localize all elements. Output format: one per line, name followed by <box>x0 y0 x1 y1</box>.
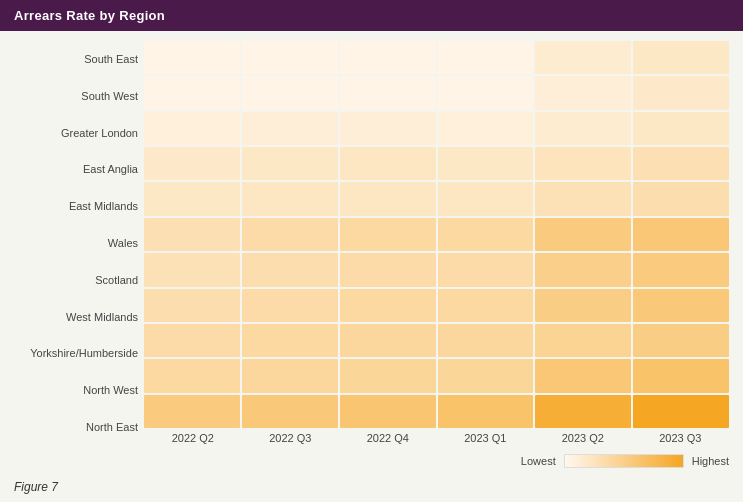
heatmap-cell <box>242 112 338 145</box>
heatmap-cell <box>535 41 631 74</box>
y-label: South East <box>14 52 138 67</box>
heatmap-cell <box>633 253 729 286</box>
y-label: Scotland <box>14 273 138 288</box>
heatmap-cell <box>144 253 240 286</box>
heatmap-cell <box>242 182 338 215</box>
y-label: North West <box>14 383 138 398</box>
heatmap-cell <box>438 359 534 392</box>
heatmap-cell <box>633 76 729 109</box>
heatmap-cell <box>340 395 436 428</box>
heatmap-cell <box>535 253 631 286</box>
x-labels: 2022 Q22022 Q32022 Q42023 Q12023 Q22023 … <box>144 428 729 446</box>
legend-gradient <box>564 454 684 468</box>
heatmap-cell <box>438 41 534 74</box>
heatmap-cell <box>242 359 338 392</box>
heatmap-cell <box>535 147 631 180</box>
x-label: 2023 Q2 <box>534 432 632 444</box>
heatmap-cell <box>633 112 729 145</box>
heatmap-cell <box>144 324 240 357</box>
heatmap-cell <box>340 112 436 145</box>
heatmap-cell <box>633 359 729 392</box>
y-label: Wales <box>14 236 138 251</box>
legend-area: Lowest Highest <box>0 446 743 476</box>
heatmap-cell <box>242 324 338 357</box>
heatmap-cell <box>340 324 436 357</box>
x-label: 2023 Q1 <box>437 432 535 444</box>
x-label: 2022 Q2 <box>144 432 242 444</box>
heatmap-cell <box>438 147 534 180</box>
chart-title: Arrears Rate by Region <box>14 8 165 23</box>
y-label: Greater London <box>14 126 138 141</box>
heatmap-cell <box>340 359 436 392</box>
heatmap-cell <box>340 253 436 286</box>
heatmap-cell <box>340 218 436 251</box>
heatmap-cell <box>340 182 436 215</box>
heatmap-cell <box>144 218 240 251</box>
heatmap-cell <box>438 289 534 322</box>
heatmap-cell <box>144 147 240 180</box>
chart-header: Arrears Rate by Region <box>0 0 743 31</box>
heatmap-cell <box>633 218 729 251</box>
heatmap-cell <box>633 41 729 74</box>
heatmap-cell <box>144 41 240 74</box>
heatmap-cell <box>535 218 631 251</box>
x-label: 2022 Q3 <box>242 432 340 444</box>
heatmap-cell <box>242 41 338 74</box>
heatmap-cell <box>144 112 240 145</box>
heatmap-cell <box>633 147 729 180</box>
heatmap-cell <box>242 395 338 428</box>
heatmap-cell <box>242 253 338 286</box>
x-label: 2022 Q4 <box>339 432 437 444</box>
heatmap-cell <box>144 76 240 109</box>
heatmap-cell <box>340 76 436 109</box>
chart-body: South EastSouth WestGreater LondonEast A… <box>0 31 743 446</box>
y-label: East Anglia <box>14 162 138 177</box>
heatmap-cell <box>535 112 631 145</box>
heatmap-cell <box>438 182 534 215</box>
heatmap-cell <box>340 147 436 180</box>
heatmap-cell <box>535 289 631 322</box>
heatmap-cell <box>340 289 436 322</box>
heatmap-cell <box>535 324 631 357</box>
heatmap-area: South EastSouth WestGreater LondonEast A… <box>14 41 729 446</box>
heatmap-cell <box>242 218 338 251</box>
heatmap-cell <box>633 182 729 215</box>
y-label: Yorkshire/Humberside <box>14 346 138 361</box>
y-label: East Midlands <box>14 199 138 214</box>
y-label: West Midlands <box>14 310 138 325</box>
heatmap-cell <box>242 289 338 322</box>
heatmap-cell <box>144 359 240 392</box>
heatmap-cell <box>633 324 729 357</box>
heatmap-cell <box>144 395 240 428</box>
heatmap-cell <box>535 182 631 215</box>
heatmap-cell <box>438 218 534 251</box>
heatmap-cell <box>144 289 240 322</box>
heatmap-cell <box>438 395 534 428</box>
figure-label: Figure 7 <box>0 476 743 502</box>
y-label: South West <box>14 89 138 104</box>
heatmap-cell <box>242 147 338 180</box>
chart-container: Arrears Rate by Region South EastSouth W… <box>0 0 743 502</box>
y-label: North East <box>14 420 138 435</box>
heatmap-cell <box>535 395 631 428</box>
heatmap-cell <box>144 182 240 215</box>
legend-lowest: Lowest <box>521 455 556 467</box>
x-label: 2023 Q3 <box>632 432 730 444</box>
y-labels: South EastSouth WestGreater LondonEast A… <box>14 41 144 446</box>
heatmap-cell <box>438 112 534 145</box>
heatmap-cell <box>535 359 631 392</box>
legend-highest: Highest <box>692 455 729 467</box>
heatmap-grid <box>144 41 729 428</box>
heatmap-cell <box>242 76 338 109</box>
heatmap-cell <box>438 253 534 286</box>
heatmap-cell <box>535 76 631 109</box>
heatmap-cell <box>438 76 534 109</box>
heatmap-cell <box>340 41 436 74</box>
heatmap-cell <box>438 324 534 357</box>
heatmap-cell <box>633 395 729 428</box>
heatmap-cell <box>633 289 729 322</box>
grid-area: 2022 Q22022 Q32022 Q42023 Q12023 Q22023 … <box>144 41 729 446</box>
